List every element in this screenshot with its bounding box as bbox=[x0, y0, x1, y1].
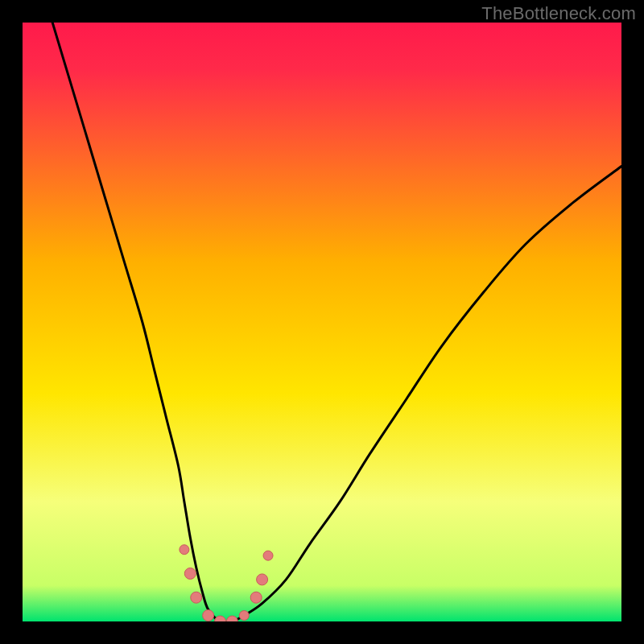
gradient-background bbox=[23, 23, 621, 621]
curve-marker bbox=[191, 592, 202, 603]
plot-area bbox=[23, 23, 621, 621]
curve-marker bbox=[257, 574, 268, 585]
curve-marker bbox=[239, 611, 249, 621]
curve-marker bbox=[203, 610, 214, 621]
watermark-text: TheBottleneck.com bbox=[481, 3, 636, 24]
curve-marker bbox=[250, 592, 262, 603]
chart-frame: TheBottleneck.com bbox=[0, 0, 644, 644]
curve-marker bbox=[184, 568, 196, 579]
bottleneck-chart bbox=[23, 23, 621, 621]
curve-marker bbox=[180, 545, 189, 555]
curve-marker bbox=[263, 551, 273, 560]
